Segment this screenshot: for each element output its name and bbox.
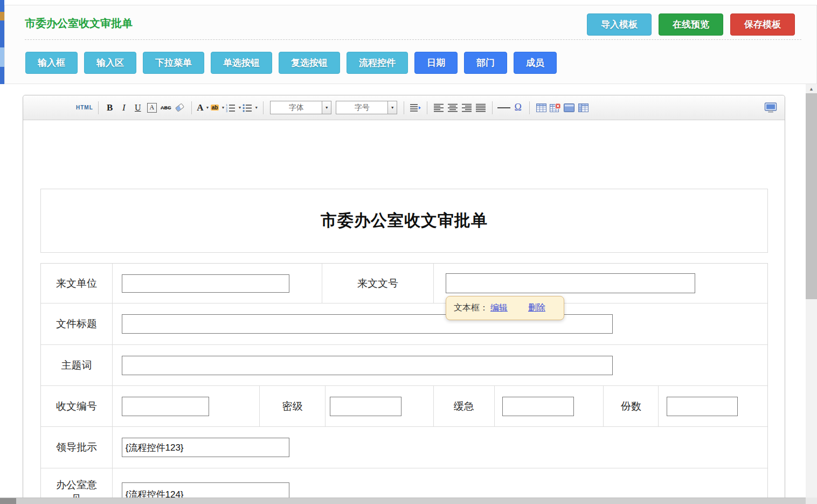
toolbar-separator: [191, 101, 192, 114]
unordered-list-icon: [243, 103, 252, 112]
security-level-label: 密级: [282, 399, 303, 413]
underline-button[interactable]: U: [131, 100, 144, 115]
monitor-icon: [764, 102, 777, 113]
editor-toolbar: HTML B I U A ABC A ▼ ab ▼ 1 2 3 ▼: [23, 95, 785, 120]
security-level-label-cell: 密级: [260, 386, 326, 426]
source-unit-label-cell: 来文单位: [41, 264, 113, 303]
strip-fragment-icon: [0, 12, 4, 20]
table-row: 收文编号 密级 缓急 份数: [41, 386, 767, 427]
tooltip-field-type-label: 文本框：: [454, 302, 488, 314]
highlight-color-button[interactable]: ab ▼: [211, 100, 225, 115]
doc-number-input[interactable]: [446, 273, 695, 293]
dropdown-caret-icon: ▼: [254, 106, 258, 109]
doc-number-label-cell: 来文文号: [322, 264, 434, 303]
horizontal-rule-button[interactable]: [497, 100, 510, 115]
table-properties-button[interactable]: [563, 100, 576, 115]
receipt-number-input[interactable]: [122, 397, 209, 416]
keywords-label-cell: 主题词: [41, 345, 113, 385]
urgency-input[interactable]: [502, 397, 574, 416]
align-left-icon: [433, 103, 444, 112]
component-input-box-button[interactable]: 输入框: [25, 52, 78, 74]
save-template-button[interactable]: 保存模板: [730, 13, 795, 36]
leader-comments-label-cell: 领导批示: [41, 427, 113, 468]
table-row: 来文单位 来文文号: [41, 264, 767, 303]
font-family-select[interactable]: 字体 ▼: [270, 101, 331, 114]
doc-title-cell: [113, 303, 767, 344]
doc-title-label-cell: 文件标题: [41, 303, 113, 344]
editor-canvas[interactable]: 市委办公室收文审批单 来文单位 来文文号 文件标题: [23, 120, 785, 504]
scroll-up-button[interactable]: ▲: [806, 84, 817, 93]
online-preview-button[interactable]: 在线预览: [659, 13, 723, 36]
font-color-a-glyph: A: [197, 102, 203, 113]
table-row: 主题词: [41, 345, 767, 386]
font-size-select[interactable]: 字号 ▼: [336, 101, 397, 114]
indent-button[interactable]: [409, 100, 422, 115]
highlight-ab-glyph: ab: [211, 105, 219, 111]
security-level-cell: [326, 386, 434, 426]
char-style-button[interactable]: A: [147, 103, 157, 113]
row-properties-icon: [578, 103, 588, 112]
ordered-list-button[interactable]: 1 2 3 ▼: [226, 100, 241, 115]
scrollbar-corner: [806, 498, 817, 504]
component-department-button[interactable]: 部门: [464, 52, 507, 74]
copies-cell: [659, 386, 767, 426]
component-member-button[interactable]: 成员: [514, 52, 557, 74]
align-justify-icon: [475, 103, 486, 112]
delete-table-button[interactable]: [549, 100, 562, 115]
vertical-scrollbar[interactable]: ▲ ▼: [806, 84, 817, 504]
component-textarea-button[interactable]: 输入区: [84, 52, 136, 74]
align-justify-button[interactable]: [474, 100, 487, 115]
form-table: 来文单位 来文文号 文件标题 主题词: [40, 263, 768, 504]
component-toolbox: 输入框 输入区 下拉菜单 单选按钮 复选按钮 流程控件 日期 部门 成员: [25, 52, 557, 74]
strikethrough-button[interactable]: ABC: [160, 100, 172, 115]
row-properties-button[interactable]: [577, 100, 590, 115]
align-center-button[interactable]: [446, 100, 459, 115]
font-color-button[interactable]: A ▼: [197, 100, 210, 115]
urgency-label: 缓急: [454, 399, 474, 413]
insert-table-icon: [536, 103, 546, 112]
receipt-number-cell: [113, 386, 260, 426]
doc-number-label: 来文文号: [357, 277, 398, 291]
toolbar-separator: [404, 101, 404, 114]
dotted-divider: [25, 39, 801, 40]
ordered-list-icon: 1 2 3: [226, 103, 236, 112]
import-template-button[interactable]: 导入模板: [587, 13, 652, 36]
horizontal-scrollbar[interactable]: [0, 498, 806, 504]
keywords-input[interactable]: [122, 356, 613, 375]
copies-label: 份数: [621, 399, 641, 413]
unordered-list-button[interactable]: ▼: [243, 100, 258, 115]
table-properties-icon: [564, 103, 574, 112]
copies-input[interactable]: [667, 397, 738, 416]
toolbar-separator: [492, 101, 493, 114]
source-unit-input[interactable]: [122, 274, 289, 293]
component-date-button[interactable]: 日期: [414, 52, 458, 74]
page-title: 市委办公室收文审批单: [25, 16, 133, 31]
component-flow-control-button[interactable]: 流程控件: [347, 52, 408, 74]
remove-format-button[interactable]: [174, 100, 186, 115]
bold-button[interactable]: B: [103, 100, 116, 115]
align-left-button[interactable]: [432, 100, 445, 115]
insert-table-button[interactable]: [535, 100, 548, 115]
dropdown-caret-icon: ▼: [221, 106, 225, 109]
fullscreen-button[interactable]: [764, 100, 777, 115]
italic-button[interactable]: I: [117, 100, 130, 115]
scrollbar-thumb[interactable]: [806, 93, 817, 299]
leader-comments-input[interactable]: [122, 438, 289, 457]
component-dropdown-button[interactable]: 下拉菜单: [143, 52, 204, 74]
field-edit-tooltip: 文本框： 编辑 删除: [446, 296, 564, 320]
special-char-button[interactable]: Ω: [511, 100, 524, 115]
align-right-button[interactable]: [460, 100, 473, 115]
rich-text-editor: HTML B I U A ABC A ▼ ab ▼ 1 2 3 ▼: [23, 95, 785, 504]
security-level-input[interactable]: [330, 397, 401, 416]
dropdown-caret-icon: ▼: [322, 101, 331, 114]
strip-fragment-icon: [0, 47, 4, 67]
left-edge-strip: [0, 0, 4, 84]
html-source-button[interactable]: HTML: [76, 100, 93, 115]
component-radio-button[interactable]: 单选按钮: [211, 52, 272, 74]
align-center-icon: [447, 103, 458, 112]
delete-field-link[interactable]: 删除: [528, 302, 545, 314]
leader-comments-cell: [113, 427, 767, 468]
edit-field-link[interactable]: 编辑: [490, 302, 508, 314]
leader-comments-label: 领导批示: [56, 440, 97, 454]
component-checkbox-button[interactable]: 复选按钮: [279, 52, 340, 74]
